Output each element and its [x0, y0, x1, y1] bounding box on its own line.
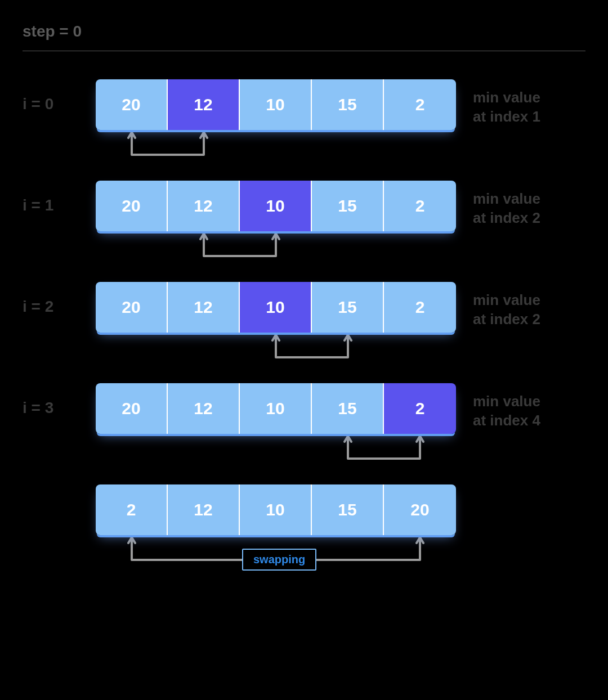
diagram-rows: i = 0201210152min valueat index 1i = 120… — [23, 79, 585, 580]
array-cell: 12 — [168, 282, 240, 333]
row-annotation: min valueat index 2 — [473, 181, 540, 228]
array-cell: 10 — [240, 484, 312, 535]
array-cell: 10 — [240, 79, 312, 130]
array: 201210152 — [96, 383, 456, 434]
diagram-row: i = 0201210152min valueat index 1 — [23, 79, 585, 164]
array: 212101520 — [96, 484, 456, 535]
diagram-row: i = 1201210152min valueat index 2 — [23, 181, 585, 265]
index-label: i = 1 — [23, 181, 96, 214]
array-cell: 2 — [384, 79, 456, 130]
array-cell: 12 — [168, 383, 240, 434]
array: 201210152 — [96, 181, 456, 231]
array-cell: 15 — [312, 484, 384, 535]
compare-bracket — [96, 129, 456, 168]
swap-tag: swapping — [242, 549, 316, 571]
array-cell: 20 — [96, 181, 168, 231]
diagram-row: i = 2201210152min valueat index 2 — [23, 282, 585, 366]
array-cell: 15 — [312, 282, 384, 333]
array-cell: 2 — [384, 383, 456, 434]
compare-bracket — [96, 230, 456, 270]
array-wrap: 201210152 — [96, 383, 456, 434]
array: 201210152 — [96, 282, 456, 333]
array-cell: 10 — [240, 181, 312, 231]
compare-bracket — [96, 433, 456, 472]
array-cell: 20 — [384, 484, 456, 535]
array-cell: 12 — [168, 181, 240, 231]
divider — [23, 51, 585, 51]
array-cell: 10 — [240, 282, 312, 333]
array-cell: 15 — [312, 79, 384, 130]
step-label: step = 0 — [23, 23, 585, 41]
row-annotation: min valueat index 1 — [473, 79, 540, 127]
array-cell: 10 — [240, 383, 312, 434]
row-annotation: min valueat index 2 — [473, 282, 540, 329]
compare-bracket — [96, 331, 456, 371]
array-cell: 20 — [96, 383, 168, 434]
diagram-row: i = 3201210152min valueat index 4 — [23, 383, 585, 468]
array-wrap: 201210152 — [96, 181, 456, 231]
row-annotation: min valueat index 4 — [473, 383, 540, 430]
array-wrap: 201210152 — [96, 282, 456, 333]
array-cell: 20 — [96, 282, 168, 333]
swap-row: 212101520swapping — [23, 484, 585, 580]
array-cell: 2 — [384, 282, 456, 333]
array-cell: 15 — [312, 181, 384, 231]
index-label: i = 2 — [23, 282, 96, 316]
array-wrap: 212101520swapping — [96, 484, 456, 535]
index-label — [23, 484, 96, 500]
index-label: i = 3 — [23, 383, 96, 417]
array-cell: 2 — [96, 484, 168, 535]
array-cell: 12 — [168, 484, 240, 535]
array-wrap: 201210152 — [96, 79, 456, 130]
array-cell: 2 — [384, 181, 456, 231]
array-cell: 12 — [168, 79, 240, 130]
index-label: i = 0 — [23, 79, 96, 113]
array: 201210152 — [96, 79, 456, 130]
array-cell: 15 — [312, 383, 384, 434]
array-cell: 20 — [96, 79, 168, 130]
